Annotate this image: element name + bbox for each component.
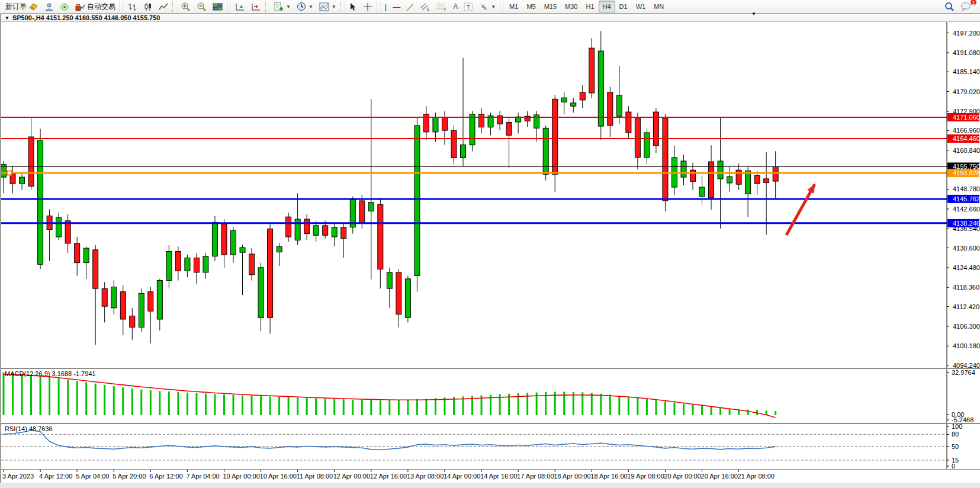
auto-scroll-button[interactable] [232,1,248,12]
candle-body [231,230,236,255]
cursor-tool-button[interactable] [346,1,360,12]
arrows-tool-button[interactable]: ▼ [476,1,499,12]
text-tool-button[interactable]: A [450,1,461,12]
candle-body [20,177,25,184]
hline-tool-button[interactable]: — [390,1,403,12]
price-badge-label: 4138.246 [953,220,980,227]
timeframe-button-m5[interactable]: M5 [522,1,539,12]
candle-body [359,201,365,223]
time-axis-label: 21 Apr 08:00 [738,473,775,480]
price-axis-tick-label: 4148.780 [953,185,980,192]
candle-body [203,256,208,272]
line-chart-button[interactable] [156,1,171,12]
tile-windows-button[interactable] [210,1,226,12]
candle-body [277,246,282,252]
new-order-button[interactable]: 新订单 [2,1,41,12]
add-indicator-icon [274,2,284,11]
timeframe-button-m15[interactable]: M15 [540,1,561,12]
time-axis[interactable]: 3 Apr 20234 Apr 12:005 Apr 04:005 Apr 20… [1,470,980,483]
candle-body [387,272,392,288]
toolbar-overflow-chevron[interactable]: ▼ [751,11,756,17]
tile-windows-icon [213,2,223,11]
auto-trading-label: 自动交易 [87,2,115,12]
price-axis-tick-label: 4118.360 [953,284,979,291]
timeframe-button-d1[interactable]: D1 [615,1,632,12]
time-axis-label: 12 Apr 00:00 [333,473,370,480]
channel-tool-button[interactable]: E [417,1,433,12]
price-axis-tick-label: 4112.420 [953,303,979,310]
bar-chart-button[interactable] [125,1,140,12]
timeframe-button-mn[interactable]: MN [650,1,668,12]
candle-body [589,48,595,93]
zoom-out-button[interactable] [194,1,210,12]
candle-body [258,268,264,317]
time-axis-label: 14 Apr 16:00 [480,473,517,480]
indicators-button[interactable]: ▼ [271,1,294,12]
periods-button[interactable]: ▼ [294,1,316,12]
broadcast-icon [60,2,69,11]
candle-body [93,250,98,288]
ohlc-bars-icon [128,2,137,11]
macd-axis-label: 32.9764 [952,369,975,376]
candle-body [626,112,631,133]
candle-body [690,170,696,181]
price-axis-tick-label: 4142.660 [953,206,980,213]
candle-body [764,179,769,183]
svg-text:T: T [467,4,470,10]
candle-body [571,103,576,106]
label-tool-button[interactable]: T [461,1,476,12]
toolbar-separator [377,1,381,12]
timeframe-button-m30[interactable]: M30 [561,1,581,12]
templates-button[interactable]: ▼ [316,1,339,12]
timeframe-button-h4[interactable]: H4 [599,1,615,12]
auto-trading-button[interactable]: 自动交易 [72,1,118,12]
zoom-in-button[interactable] [178,1,194,12]
timeframe-button-m1[interactable]: M1 [505,1,522,12]
signals-button[interactable] [57,1,72,12]
candle-body [773,166,778,181]
rsi-panel[interactable]: 1008050150RSI(14) 48.7636 [1,424,980,470]
vline-tool-button[interactable]: | [382,1,390,12]
timeframe-button-h1[interactable]: H1 [581,1,598,12]
chart-shift-button[interactable] [248,1,264,12]
chart-title: SP500-,H4 4151.250 4160.550 4146.050 415… [12,14,160,21]
toolbar-separator [172,1,176,12]
candle-body [598,51,603,126]
candle-body [663,118,668,201]
fibonacci-tool-button[interactable]: F [433,1,450,12]
candle-body [470,114,475,145]
candlestick-chart-button[interactable] [140,1,156,12]
hline-drag-handle[interactable] [7,171,11,175]
timeframe-button-w1[interactable]: W1 [632,1,650,12]
candle-body [148,292,153,312]
horizontal-line-icon: — [393,3,400,11]
price-chart-panel[interactable]: 4197.2004191.0804185.1404179.0204172.900… [1,22,980,369]
collapse-triangle-icon[interactable]: ▼ [5,15,9,21]
candle-body [313,226,319,235]
candle-body [699,187,705,197]
candle-body [240,248,245,252]
letter-A-icon: A [453,3,458,11]
chart-title-bar[interactable]: ▼ SP500-,H4 4151.250 4160.550 4146.050 4… [1,14,980,22]
chart-arrow-icon [235,2,245,11]
time-axis-label: 4 Apr 12:00 [39,473,72,480]
search-button[interactable] [942,1,957,12]
candle-body [1,164,7,177]
text-label-icon: T [464,2,473,11]
candle-body [111,287,117,307]
accounts-button[interactable] [41,1,57,12]
candle-body [166,252,172,281]
trendline-tool-button[interactable]: ／ [403,1,417,12]
price-axis-tick-label: 4130.600 [953,245,980,252]
candle-body [157,281,162,319]
candle-body [332,227,337,237]
candle-body [286,217,291,237]
candle-body [451,130,457,158]
arrow-shapes-icon [479,2,489,11]
crosshair-tool-button[interactable] [360,1,375,12]
macd-panel[interactable]: 32.97640.00-5.2468MACD(12,26,9) 3.1688 -… [1,369,980,424]
chat-button[interactable]: 1 [957,1,974,12]
time-axis-label: 5 Apr 20:00 [113,473,146,480]
candle-body [433,117,438,132]
price-axis-tick-label: 4100.180 [953,342,980,349]
